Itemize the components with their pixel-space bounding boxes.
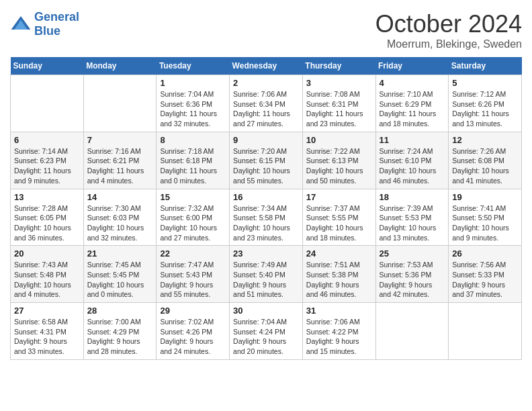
day-number: 27 — [14, 306, 80, 316]
day-info: Sunrise: 7:18 AMSunset: 6:18 PMDaylight:… — [160, 146, 226, 186]
day-number: 15 — [160, 192, 226, 202]
day-info: Sunrise: 7:30 AMSunset: 6:03 PMDaylight:… — [87, 203, 153, 243]
day-number: 12 — [452, 135, 518, 145]
day-info: Sunrise: 7:39 AMSunset: 5:53 PMDaylight:… — [380, 203, 445, 243]
calendar-cell: 20Sunrise: 7:43 AMSunset: 5:48 PMDayligh… — [11, 246, 84, 303]
calendar-cell: 13Sunrise: 7:28 AMSunset: 6:05 PMDayligh… — [11, 189, 84, 246]
calendar-cell — [449, 303, 522, 360]
weekday-header: Sunday — [11, 57, 84, 75]
day-number: 22 — [160, 248, 226, 259]
day-info: Sunrise: 7:43 AMSunset: 5:48 PMDaylight:… — [14, 260, 80, 300]
day-number: 1 — [160, 78, 226, 88]
calendar-week-row: 13Sunrise: 7:28 AMSunset: 6:05 PMDayligh… — [11, 189, 522, 246]
day-number: 30 — [233, 306, 299, 316]
day-number: 28 — [87, 306, 153, 316]
calendar-cell: 28Sunrise: 7:00 AMSunset: 4:29 PMDayligh… — [83, 303, 157, 360]
day-number: 2 — [233, 78, 299, 88]
calendar-cell: 9Sunrise: 7:20 AMSunset: 6:15 PMDaylight… — [230, 132, 303, 189]
day-number: 14 — [87, 192, 153, 202]
day-info: Sunrise: 7:00 AMSunset: 4:29 PMDaylight:… — [87, 317, 153, 357]
day-number: 7 — [87, 135, 153, 145]
day-number: 18 — [380, 192, 445, 202]
calendar-cell: 31Sunrise: 7:06 AMSunset: 4:22 PMDayligh… — [302, 303, 375, 360]
day-info: Sunrise: 7:51 AMSunset: 5:38 PMDaylight:… — [306, 260, 372, 300]
calendar-week-row: 6Sunrise: 7:14 AMSunset: 6:23 PMDaylight… — [11, 132, 522, 189]
calendar-cell: 8Sunrise: 7:18 AMSunset: 6:18 PMDaylight… — [157, 132, 230, 189]
day-info: Sunrise: 7:45 AMSunset: 5:45 PMDaylight:… — [87, 260, 153, 300]
day-number: 19 — [452, 192, 518, 202]
logo-icon — [10, 13, 32, 35]
day-info: Sunrise: 7:14 AMSunset: 6:23 PMDaylight:… — [14, 146, 80, 186]
day-info: Sunrise: 7:47 AMSunset: 5:43 PMDaylight:… — [160, 260, 226, 300]
calendar-cell: 15Sunrise: 7:32 AMSunset: 6:00 PMDayligh… — [157, 189, 230, 246]
day-info: Sunrise: 7:06 AMSunset: 4:22 PMDaylight:… — [306, 317, 372, 357]
day-info: Sunrise: 7:26 AMSunset: 6:08 PMDaylight:… — [452, 146, 518, 186]
day-info: Sunrise: 7:37 AMSunset: 5:55 PMDaylight:… — [306, 203, 372, 243]
calendar-cell: 11Sunrise: 7:24 AMSunset: 6:10 PMDayligh… — [375, 132, 449, 189]
day-number: 6 — [14, 135, 80, 145]
day-info: Sunrise: 7:20 AMSunset: 6:15 PMDaylight:… — [233, 146, 299, 186]
calendar-cell: 23Sunrise: 7:49 AMSunset: 5:40 PMDayligh… — [230, 246, 303, 303]
day-number: 9 — [233, 135, 299, 145]
calendar-cell: 30Sunrise: 7:04 AMSunset: 4:24 PMDayligh… — [230, 303, 303, 360]
day-info: Sunrise: 7:10 AMSunset: 6:29 PMDaylight:… — [380, 89, 445, 129]
calendar-cell: 26Sunrise: 7:56 AMSunset: 5:33 PMDayligh… — [449, 246, 522, 303]
calendar-cell: 10Sunrise: 7:22 AMSunset: 6:13 PMDayligh… — [302, 132, 375, 189]
calendar-cell: 18Sunrise: 7:39 AMSunset: 5:53 PMDayligh… — [375, 189, 449, 246]
calendar-cell: 4Sunrise: 7:10 AMSunset: 6:29 PMDaylight… — [375, 75, 449, 132]
day-info: Sunrise: 7:56 AMSunset: 5:33 PMDaylight:… — [452, 260, 518, 300]
calendar-cell: 6Sunrise: 7:14 AMSunset: 6:23 PMDaylight… — [11, 132, 84, 189]
day-number: 3 — [306, 78, 372, 88]
logo-text: General Blue — [34, 10, 79, 38]
calendar-cell: 25Sunrise: 7:53 AMSunset: 5:36 PMDayligh… — [375, 246, 449, 303]
calendar-cell: 5Sunrise: 7:12 AMSunset: 6:26 PMDaylight… — [449, 75, 522, 132]
day-info: Sunrise: 7:49 AMSunset: 5:40 PMDaylight:… — [233, 260, 299, 300]
day-info: Sunrise: 7:24 AMSunset: 6:10 PMDaylight:… — [380, 146, 445, 186]
day-number: 26 — [452, 248, 518, 259]
weekday-header-row: SundayMondayTuesdayWednesdayThursdayFrid… — [11, 57, 522, 75]
weekday-header: Monday — [83, 57, 157, 75]
calendar-cell: 12Sunrise: 7:26 AMSunset: 6:08 PMDayligh… — [449, 132, 522, 189]
weekday-header: Saturday — [449, 57, 522, 75]
calendar-table: SundayMondayTuesdayWednesdayThursdayFrid… — [10, 57, 522, 360]
day-info: Sunrise: 7:41 AMSunset: 5:50 PMDaylight:… — [452, 203, 518, 243]
calendar-cell — [11, 75, 84, 132]
weekday-header: Thursday — [302, 57, 375, 75]
day-info: Sunrise: 7:08 AMSunset: 6:31 PMDaylight:… — [306, 89, 372, 129]
day-info: Sunrise: 7:16 AMSunset: 6:21 PMDaylight:… — [87, 146, 153, 186]
day-number: 25 — [380, 248, 445, 259]
title-block: October 2024 Moerrum, Blekinge, Sweden — [375, 10, 522, 50]
day-number: 8 — [160, 135, 226, 145]
day-number: 31 — [306, 306, 372, 316]
calendar-cell: 3Sunrise: 7:08 AMSunset: 6:31 PMDaylight… — [302, 75, 375, 132]
day-info: Sunrise: 7:04 AMSunset: 6:36 PMDaylight:… — [160, 89, 226, 129]
day-number: 24 — [306, 248, 372, 259]
day-number: 13 — [14, 192, 80, 202]
calendar-cell: 29Sunrise: 7:02 AMSunset: 4:26 PMDayligh… — [157, 303, 230, 360]
calendar-week-row: 1Sunrise: 7:04 AMSunset: 6:36 PMDaylight… — [11, 75, 522, 132]
calendar-week-row: 27Sunrise: 6:58 AMSunset: 4:31 PMDayligh… — [11, 303, 522, 360]
day-info: Sunrise: 7:28 AMSunset: 6:05 PMDaylight:… — [14, 203, 80, 243]
day-number: 16 — [233, 192, 299, 202]
calendar-cell: 24Sunrise: 7:51 AMSunset: 5:38 PMDayligh… — [302, 246, 375, 303]
day-number: 23 — [233, 248, 299, 259]
location: Moerrum, Blekinge, Sweden — [375, 38, 522, 50]
calendar-cell: 22Sunrise: 7:47 AMSunset: 5:43 PMDayligh… — [157, 246, 230, 303]
logo: General Blue — [10, 10, 79, 38]
calendar-cell: 27Sunrise: 6:58 AMSunset: 4:31 PMDayligh… — [11, 303, 84, 360]
calendar-cell: 21Sunrise: 7:45 AMSunset: 5:45 PMDayligh… — [83, 246, 157, 303]
weekday-header: Wednesday — [230, 57, 303, 75]
day-info: Sunrise: 7:02 AMSunset: 4:26 PMDaylight:… — [160, 317, 226, 357]
day-info: Sunrise: 7:12 AMSunset: 6:26 PMDaylight:… — [452, 89, 518, 129]
day-number: 4 — [380, 78, 445, 88]
day-info: Sunrise: 7:06 AMSunset: 6:34 PMDaylight:… — [233, 89, 299, 129]
day-number: 17 — [306, 192, 372, 202]
calendar-cell — [375, 303, 449, 360]
calendar-week-row: 20Sunrise: 7:43 AMSunset: 5:48 PMDayligh… — [11, 246, 522, 303]
day-info: Sunrise: 6:58 AMSunset: 4:31 PMDaylight:… — [14, 317, 80, 357]
day-number: 21 — [87, 248, 153, 259]
calendar-cell: 2Sunrise: 7:06 AMSunset: 6:34 PMDaylight… — [230, 75, 303, 132]
day-info: Sunrise: 7:53 AMSunset: 5:36 PMDaylight:… — [380, 260, 445, 300]
day-number: 10 — [306, 135, 372, 145]
day-number: 11 — [380, 135, 445, 145]
